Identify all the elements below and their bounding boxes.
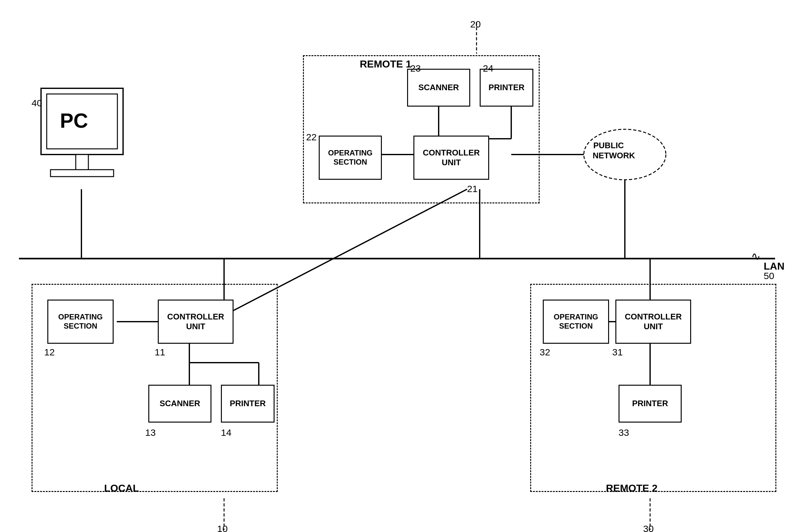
operating-section-r1-box: OPERATING SECTION xyxy=(319,136,382,180)
svg-rect-29 xyxy=(41,88,123,154)
printer-local-box: PRINTER xyxy=(221,385,275,422)
ref-12: 12 xyxy=(44,347,55,358)
ref-20: 20 xyxy=(470,19,481,30)
remote1-label: REMOTE 1 xyxy=(360,58,411,70)
svg-rect-30 xyxy=(47,94,117,149)
ref-13: 13 xyxy=(145,427,155,438)
remote2-label: REMOTE 2 xyxy=(606,482,658,494)
ref-22: 22 xyxy=(306,132,316,142)
operating-section-local-box: OPERATING SECTION xyxy=(47,300,114,344)
svg-text:LAN: LAN xyxy=(764,261,784,272)
svg-text:∿: ∿ xyxy=(751,250,760,263)
ref-32: 32 xyxy=(540,347,550,358)
scanner-r1-box: SCANNER xyxy=(407,69,470,107)
controller-unit-local-box: CONTROLLER UNIT xyxy=(158,300,234,344)
ref-14: 14 xyxy=(221,427,231,438)
printer-r2-box: PRINTER xyxy=(618,385,682,422)
operating-section-r2-box: OPERATING SECTION xyxy=(543,300,609,344)
diagram: LAN ∿ PUBLIC NETWORK xyxy=(0,0,794,532)
ref-50: 50 xyxy=(764,270,774,281)
controller-unit-r1-box: CONTROLLER UNIT xyxy=(413,136,489,180)
svg-text:NETWORK: NETWORK xyxy=(593,151,635,160)
ref-10: 10 xyxy=(217,524,227,532)
printer-r1-box: PRINTER xyxy=(480,69,533,107)
ref-33: 33 xyxy=(618,427,629,438)
svg-text:PUBLIC: PUBLIC xyxy=(593,141,624,150)
ref-31: 31 xyxy=(612,347,623,358)
svg-point-10 xyxy=(584,129,666,180)
ref-30: 30 xyxy=(643,524,653,532)
ref-21: 21 xyxy=(467,184,478,194)
local-label: LOCAL xyxy=(104,482,139,494)
svg-text:PC: PC xyxy=(60,110,88,132)
ref-23: 23 xyxy=(410,63,421,74)
ref-11: 11 xyxy=(155,347,165,358)
controller-unit-r2-box: CONTROLLER UNIT xyxy=(615,300,691,344)
ref-40: 40 xyxy=(32,98,42,109)
svg-rect-32 xyxy=(51,170,114,176)
ref-24: 24 xyxy=(483,63,493,74)
svg-rect-31 xyxy=(76,154,88,170)
scanner-local-box: SCANNER xyxy=(148,385,211,422)
